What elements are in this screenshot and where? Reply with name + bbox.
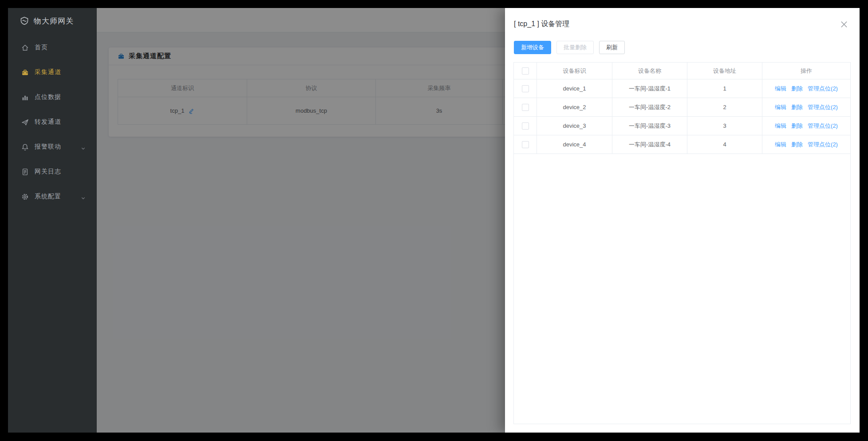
device-id-cell: device_2 bbox=[537, 98, 612, 116]
delete-link[interactable]: 删除 bbox=[791, 85, 803, 93]
chevron-down-icon bbox=[81, 195, 86, 202]
manage-points-link[interactable]: 管理点位(2) bbox=[808, 141, 838, 149]
manage-points-link[interactable]: 管理点位(2) bbox=[808, 103, 838, 111]
drawer-toolbar: 新增设备 批量删除 刷新 bbox=[514, 41, 625, 54]
document-icon bbox=[21, 168, 29, 176]
column-header-device-address: 设备地址 bbox=[687, 63, 762, 79]
column-header-device-name: 设备名称 bbox=[612, 63, 687, 79]
app-window: 物大师网关 首页 采集通道 bbox=[8, 8, 860, 433]
sidebar-item-system-config[interactable]: 系统配置 bbox=[8, 184, 97, 209]
bar-chart-icon bbox=[21, 94, 29, 101]
device-address-cell: 3 bbox=[687, 117, 762, 135]
manage-points-link[interactable]: 管理点位(2) bbox=[808, 122, 838, 130]
edit-link[interactable]: 编辑 bbox=[775, 141, 786, 149]
delete-link[interactable]: 删除 bbox=[791, 141, 803, 149]
sidebar-item-label: 报警联动 bbox=[35, 143, 61, 151]
column-header-device-id: 设备标识 bbox=[537, 63, 612, 79]
row-checkbox[interactable] bbox=[522, 85, 529, 92]
device-name-cell: 一车间-温湿度-3 bbox=[612, 117, 687, 135]
table-row: device_4 一车间-温湿度-4 4 编辑 删除 管理点位(2) bbox=[514, 135, 850, 154]
edit-link[interactable]: 编辑 bbox=[775, 122, 786, 130]
gear-icon bbox=[21, 193, 29, 201]
row-select-cell bbox=[514, 135, 537, 154]
table-row: device_1 一车间-温湿度-1 1 编辑 删除 管理点位(2) bbox=[514, 79, 850, 98]
sidebar: 物大师网关 首页 采集通道 bbox=[8, 8, 97, 433]
device-name-cell: 一车间-温湿度-4 bbox=[612, 135, 687, 154]
home-icon bbox=[21, 44, 29, 51]
row-select-cell bbox=[514, 98, 537, 116]
sidebar-item-label: 网关日志 bbox=[35, 168, 61, 176]
sidebar-item-gateway-log[interactable]: 网关日志 bbox=[8, 159, 97, 184]
send-icon bbox=[21, 118, 29, 126]
row-checkbox[interactable] bbox=[522, 122, 529, 130]
device-id-cell: device_4 bbox=[537, 135, 612, 154]
device-address-cell: 4 bbox=[687, 135, 762, 154]
sidebar-menu: 首页 采集通道 点位数据 bbox=[8, 35, 97, 209]
sidebar-item-collect-channel[interactable]: 采集通道 bbox=[8, 60, 97, 85]
row-actions-cell: 编辑 删除 管理点位(2) bbox=[762, 98, 850, 116]
row-actions-cell: 编辑 删除 管理点位(2) bbox=[762, 117, 850, 135]
sidebar-item-forward-channel[interactable]: 转发通道 bbox=[8, 110, 97, 134]
device-address-cell: 1 bbox=[687, 79, 762, 98]
edit-link[interactable]: 编辑 bbox=[775, 85, 786, 93]
device-name-cell: 一车间-温湿度-1 bbox=[612, 79, 687, 98]
table-row: device_3 一车间-温湿度-3 3 编辑 删除 管理点位(2) bbox=[514, 117, 850, 135]
bell-icon bbox=[21, 143, 29, 151]
app-logo: 物大师网关 bbox=[8, 8, 97, 34]
refresh-button[interactable]: 刷新 bbox=[599, 41, 625, 54]
row-select-cell bbox=[514, 117, 537, 135]
batch-delete-button: 批量删除 bbox=[556, 41, 594, 54]
row-select-cell bbox=[514, 79, 537, 98]
manage-points-link[interactable]: 管理点位(2) bbox=[808, 85, 838, 93]
delete-link[interactable]: 删除 bbox=[791, 122, 803, 130]
sidebar-item-label: 转发通道 bbox=[35, 118, 61, 126]
select-all-checkbox[interactable] bbox=[522, 67, 529, 75]
app-title: 物大师网关 bbox=[34, 16, 74, 26]
edit-link[interactable]: 编辑 bbox=[775, 103, 786, 111]
sidebar-item-alarm-linkage[interactable]: 报警联动 bbox=[8, 134, 97, 159]
shield-icon bbox=[20, 16, 29, 25]
row-checkbox[interactable] bbox=[522, 104, 529, 111]
sidebar-item-label: 采集通道 bbox=[35, 68, 61, 76]
select-all-cell bbox=[514, 63, 537, 79]
sidebar-item-home[interactable]: 首页 bbox=[8, 35, 97, 60]
device-address-cell: 2 bbox=[687, 98, 762, 116]
sidebar-item-point-data[interactable]: 点位数据 bbox=[8, 85, 97, 110]
sidebar-item-label: 点位数据 bbox=[35, 93, 61, 101]
close-icon[interactable] bbox=[840, 20, 848, 28]
device-table: 设备标识 设备名称 设备地址 操作 device_1 一车间-温湿度-1 1 编… bbox=[513, 62, 851, 424]
column-header-actions: 操作 bbox=[762, 63, 850, 79]
sidebar-item-label: 系统配置 bbox=[35, 193, 61, 201]
row-actions-cell: 编辑 删除 管理点位(2) bbox=[762, 135, 850, 154]
delete-link[interactable]: 删除 bbox=[791, 103, 803, 111]
table-row: device_2 一车间-温湿度-2 2 编辑 删除 管理点位(2) bbox=[514, 98, 850, 117]
row-actions-cell: 编辑 删除 管理点位(2) bbox=[762, 79, 850, 98]
device-id-cell: device_1 bbox=[537, 79, 612, 98]
drawer-title: [ tcp_1 ] 设备管理 bbox=[514, 20, 569, 29]
device-management-drawer: [ tcp_1 ] 设备管理 新增设备 批量删除 刷新 设备标识 设备名称 设备… bbox=[505, 8, 860, 433]
add-device-button[interactable]: 新增设备 bbox=[514, 41, 551, 54]
device-name-cell: 一车间-温湿度-2 bbox=[612, 98, 687, 116]
chevron-down-icon bbox=[81, 145, 86, 152]
sidebar-item-label: 首页 bbox=[35, 43, 48, 51]
row-checkbox[interactable] bbox=[522, 141, 529, 148]
device-id-cell: device_3 bbox=[537, 117, 612, 135]
toolbox-icon bbox=[21, 69, 29, 76]
device-table-header: 设备标识 设备名称 设备地址 操作 bbox=[514, 63, 850, 79]
